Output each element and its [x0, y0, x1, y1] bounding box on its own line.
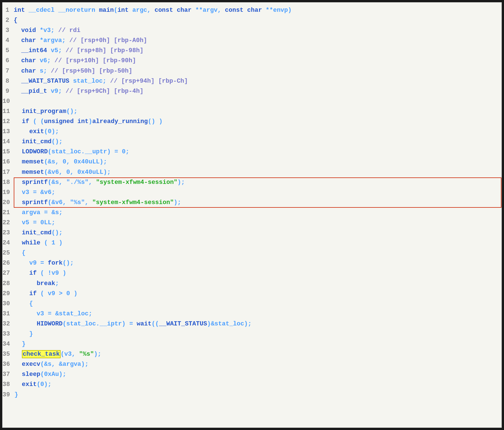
code-line-8: 8 __WAIT_STATUS stat_loc; // [rsp+94h] [… — [3, 76, 501, 86]
line-number-5: 5 — [3, 46, 14, 56]
line-number-25: 25 — [3, 248, 14, 258]
line-number-24: 24 — [3, 238, 14, 248]
line-number-15: 15 — [3, 147, 14, 157]
line-number-13: 13 — [3, 127, 14, 137]
line-content-23: init_cmd(); — [14, 228, 501, 238]
line-content-31: v3 = &stat_loc; — [14, 309, 501, 319]
line-number-3: 3 — [3, 26, 14, 35]
code-line-3: 3 void *v3; // rdi — [3, 26, 501, 36]
code-container: 1 int __cdecl __noreturn main(int argc, … — [2, 2, 502, 428]
line-number-34: 34 — [3, 339, 14, 349]
line-number-37: 37 — [3, 370, 14, 379]
code-line-23: 23 init_cmd(); — [3, 228, 501, 238]
code-line-33: 33 } — [3, 329, 501, 339]
line-content-39: } — [14, 390, 501, 400]
line-number-19: 19 — [3, 188, 14, 197]
line-content-32: HIDWORD(stat_loc.__iptr) = wait((__WAIT_… — [14, 319, 501, 329]
code-line-35: 35 check_task(v3, "%s"); — [3, 349, 501, 359]
line-content-26: v9 = fork(); — [14, 258, 501, 268]
line-number-11: 11 — [3, 107, 14, 116]
code-line-14: 14 init_cmd(); — [3, 137, 501, 147]
line-number-2: 2 — [3, 16, 14, 25]
line-content-34: } — [14, 339, 501, 349]
code-line-15: 15 LODWORD(stat_loc.__uptr) = 0; — [3, 147, 501, 157]
line-content-5: __int64 v5; // [rsp+8h] [rbp-98h] — [14, 46, 501, 56]
code-line-37: 37 sleep(0xAu); — [3, 369, 501, 380]
code-line-19: 19 v3 = &v6; — [3, 188, 501, 198]
line-number-10: 10 — [3, 97, 14, 106]
line-number-30: 30 — [3, 299, 14, 309]
line-content-25: { — [14, 248, 501, 258]
code-line-17: 17 memset(&v6, 0, 0x40uLL); — [3, 167, 501, 177]
line-content-18: sprintf(&s, "./%s", "system-xfwm4-sessio… — [14, 178, 501, 187]
line-number-35: 35 — [3, 350, 14, 359]
code-line-9: 9 __pid_t v9; // [rsp+9Ch] [rbp-4h] — [3, 86, 501, 96]
line-number-31: 31 — [3, 309, 14, 319]
line-content-14: init_cmd(); — [14, 137, 501, 147]
line-number-4: 4 — [3, 36, 14, 45]
line-content-13: exit(0); — [14, 127, 501, 137]
code-line-1: 1 int __cdecl __noreturn main(int argc, … — [3, 5, 501, 15]
line-number-28: 28 — [3, 279, 14, 288]
code-line-29: 29 if ( v9 > 0 ) — [3, 289, 501, 299]
line-content-1: int __cdecl __noreturn main(int argc, co… — [14, 6, 501, 15]
line-content-16: memset(&s, 0, 0x40uLL); — [14, 157, 501, 167]
line-number-36: 36 — [3, 360, 14, 369]
line-content-15: LODWORD(stat_loc.__uptr) = 0; — [14, 147, 501, 157]
line-content-10 — [14, 97, 501, 106]
code-line-7: 7 char s; // [rsp+50h] [rbp-50h] — [3, 66, 501, 76]
code-line-4: 4 char *argva; // [rsp+0h] [rbp-A0h] — [3, 36, 501, 46]
code-line-18: 18 sprintf(&s, "./%s", "system-xfwm4-ses… — [3, 177, 501, 188]
line-content-33: } — [14, 329, 501, 339]
code-line-26: 26 v9 = fork(); — [3, 258, 501, 268]
line-number-12: 12 — [3, 117, 14, 126]
line-content-17: memset(&v6, 0, 0x40uLL); — [14, 168, 501, 177]
line-content-8: __WAIT_STATUS stat_loc; // [rsp+94h] [rb… — [14, 77, 501, 86]
line-content-2: { — [14, 16, 501, 25]
line-number-33: 33 — [3, 329, 14, 339]
red-box-block: 18 sprintf(&s, "./%s", "system-xfwm4-ses… — [3, 177, 501, 208]
line-number-1: 1 — [3, 6, 14, 15]
line-content-20: sprintf(&v6, "%s", "system-xfwm4-session… — [14, 198, 501, 207]
line-number-6: 6 — [3, 56, 14, 66]
line-content-38: exit(0); — [14, 380, 501, 389]
code-line-24: 24 while ( 1 ) — [3, 238, 501, 248]
code-line-34: 34 } — [3, 339, 501, 349]
code-line-25: 25 { — [3, 248, 501, 258]
line-content-3: void *v3; // rdi — [14, 26, 501, 35]
code-line-27: 27 if ( !v9 ) — [3, 268, 501, 278]
code-line-31: 31 v3 = &stat_loc; — [3, 309, 501, 319]
line-number-38: 38 — [3, 380, 14, 389]
line-number-32: 32 — [3, 319, 14, 329]
line-content-29: if ( v9 > 0 ) — [14, 289, 501, 299]
code-line-28: 28 break; — [3, 279, 501, 289]
code-line-13: 13 exit(0); — [3, 127, 501, 137]
code-line-10: 10 — [3, 96, 501, 107]
code-line-22: 22 v5 = 0LL; — [3, 218, 501, 228]
line-content-12: if ( (unsigned int)already_running() ) — [14, 117, 501, 126]
code-line-11: 11 init_program(); — [3, 107, 501, 117]
line-content-21: argva = &s; — [14, 208, 501, 218]
line-number-18: 18 — [3, 178, 14, 187]
line-content-4: char *argva; // [rsp+0h] [rbp-A0h] — [14, 36, 501, 45]
line-content-28: break; — [14, 279, 501, 288]
code-line-6: 6 char v6; // [rsp+10h] [rbp-90h] — [3, 56, 501, 66]
code-line-16: 16 memset(&s, 0, 0x40uLL); — [3, 157, 501, 167]
line-number-29: 29 — [3, 289, 14, 299]
line-content-6: char v6; // [rsp+10h] [rbp-90h] — [14, 56, 501, 66]
line-number-17: 17 — [3, 168, 14, 177]
line-number-39: 39 — [3, 390, 14, 400]
code-line-2: 2 { — [3, 15, 501, 26]
line-number-23: 23 — [3, 228, 14, 238]
code-line-39: 39 } — [3, 390, 501, 400]
code-line-36: 36 execv(&s, &argva); — [3, 359, 501, 369]
line-content-24: while ( 1 ) — [14, 238, 501, 248]
line-content-35: check_task(v3, "%s"); — [14, 350, 501, 359]
line-content-7: char s; // [rsp+50h] [rbp-50h] — [14, 66, 501, 76]
line-number-7: 7 — [3, 66, 14, 76]
code-line-38: 38 exit(0); — [3, 380, 501, 390]
line-number-26: 26 — [3, 258, 14, 268]
code-line-12: 12 if ( (unsigned int)already_running() … — [3, 117, 501, 127]
code-line-20: 20 sprintf(&v6, "%s", "system-xfwm4-sess… — [3, 198, 501, 208]
line-content-9: __pid_t v9; // [rsp+9Ch] [rbp-4h] — [14, 87, 501, 96]
